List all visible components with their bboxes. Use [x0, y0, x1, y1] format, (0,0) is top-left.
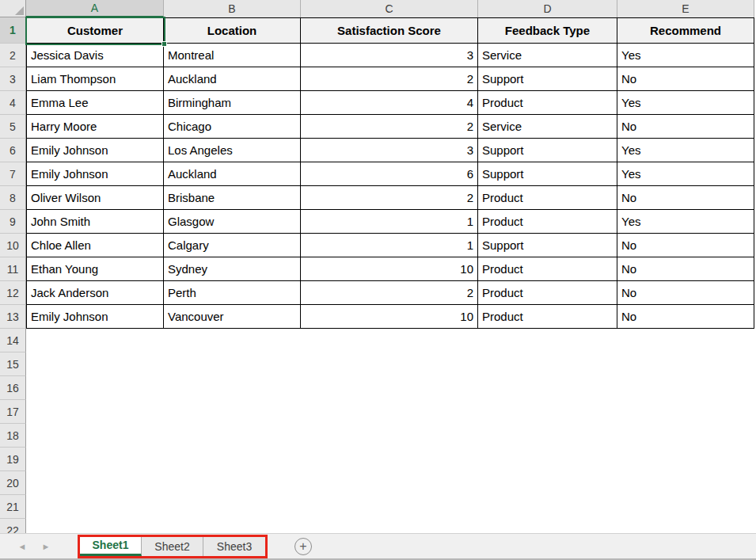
- data-cell[interactable]: 1: [301, 234, 478, 257]
- row-header-16[interactable]: 16: [0, 376, 26, 400]
- data-cell[interactable]: Support: [478, 139, 617, 162]
- row-header-8[interactable]: 8: [0, 186, 26, 210]
- data-cell[interactable]: Support: [478, 234, 617, 257]
- data-cell[interactable]: 1: [301, 210, 478, 234]
- data-cell[interactable]: 2: [301, 115, 478, 139]
- data-cell[interactable]: Auckland: [164, 162, 301, 186]
- row-header-4[interactable]: 4: [0, 91, 26, 115]
- row-header-21[interactable]: 21: [0, 495, 26, 519]
- data-cell[interactable]: Chloe Allen: [26, 234, 164, 257]
- row-header-6[interactable]: 6: [0, 139, 26, 162]
- data-cell[interactable]: No: [617, 234, 754, 257]
- column-header-c[interactable]: C: [301, 0, 478, 17]
- data-cell[interactable]: Product: [478, 305, 617, 329]
- row-header-12[interactable]: 12: [0, 281, 26, 305]
- data-cell[interactable]: Glasgow: [164, 210, 301, 234]
- data-cell[interactable]: Product: [478, 186, 617, 210]
- data-cell[interactable]: Los Angeles: [164, 139, 301, 162]
- row-header-1[interactable]: 1: [0, 17, 26, 44]
- data-cell[interactable]: Emily Johnson: [26, 305, 164, 329]
- data-cell[interactable]: 6: [301, 162, 478, 186]
- column-header-a[interactable]: A: [26, 0, 164, 17]
- select-all-button[interactable]: [0, 0, 26, 17]
- row-header-7[interactable]: 7: [0, 162, 26, 186]
- column-header-d[interactable]: D: [478, 0, 617, 17]
- data-cell[interactable]: John Smith: [26, 210, 164, 234]
- row-header-17[interactable]: 17: [0, 400, 26, 424]
- data-cell[interactable]: Liam Thompson: [26, 67, 164, 91]
- row-header-18[interactable]: 18: [0, 424, 26, 448]
- data-cell[interactable]: Product: [478, 210, 617, 234]
- data-cell[interactable]: Emma Lee: [26, 91, 164, 115]
- tab-scroll-right-icon[interactable]: ►: [40, 542, 52, 551]
- row-header-15[interactable]: 15: [0, 352, 26, 376]
- data-cell[interactable]: 2: [301, 186, 478, 210]
- data-cell[interactable]: Support: [478, 162, 617, 186]
- data-cell[interactable]: Calgary: [164, 234, 301, 257]
- row-header-13[interactable]: 13: [0, 305, 26, 329]
- row-header-9[interactable]: 9: [0, 210, 26, 234]
- data-cell[interactable]: Ethan Young: [26, 257, 164, 281]
- data-cell[interactable]: Product: [478, 257, 617, 281]
- data-cell[interactable]: 2: [301, 67, 478, 91]
- add-sheet-button[interactable]: +: [294, 538, 312, 555]
- column-header-strip: ABCDE: [0, 0, 756, 17]
- tab-scroll-left-icon[interactable]: ◄: [16, 542, 28, 551]
- data-cell[interactable]: 10: [301, 305, 478, 329]
- data-cell[interactable]: Oliver Wilson: [26, 186, 164, 210]
- data-cell[interactable]: Service: [478, 115, 617, 139]
- data-cell[interactable]: Yes: [617, 139, 754, 162]
- data-cell[interactable]: No: [617, 186, 754, 210]
- data-cell[interactable]: Jack Anderson: [26, 281, 164, 305]
- data-cell[interactable]: No: [617, 257, 754, 281]
- header-cell-4[interactable]: Feedback Type: [478, 17, 617, 44]
- data-cell[interactable]: Harry Moore: [26, 115, 164, 139]
- data-cell[interactable]: Product: [478, 281, 617, 305]
- row-header-11[interactable]: 11: [0, 257, 26, 281]
- data-cell[interactable]: Vancouver: [164, 305, 301, 329]
- data-cell[interactable]: No: [617, 67, 754, 91]
- data-cell[interactable]: 2: [301, 281, 478, 305]
- tab-sheet1[interactable]: Sheet1: [80, 537, 142, 556]
- tab-sheet2[interactable]: Sheet2: [142, 537, 203, 556]
- row-header-3[interactable]: 3: [0, 67, 26, 91]
- column-header-b[interactable]: B: [164, 0, 301, 17]
- data-cell[interactable]: Emily Johnson: [26, 139, 164, 162]
- data-cell[interactable]: No: [617, 305, 754, 329]
- data-cell[interactable]: 3: [301, 44, 478, 67]
- data-cell[interactable]: Chicago: [164, 115, 301, 139]
- data-cell[interactable]: Sydney: [164, 257, 301, 281]
- data-cell[interactable]: 3: [301, 139, 478, 162]
- header-cell-2[interactable]: Location: [164, 17, 301, 44]
- data-cell[interactable]: No: [617, 115, 754, 139]
- data-cell[interactable]: Yes: [617, 44, 754, 67]
- header-cell-3[interactable]: Satisfaction Score: [301, 17, 478, 44]
- tab-sheet3[interactable]: Sheet3: [203, 537, 265, 556]
- data-cell[interactable]: Service: [478, 44, 617, 67]
- data-cell[interactable]: Auckland: [164, 67, 301, 91]
- data-cell[interactable]: Birmingham: [164, 91, 301, 115]
- header-cell-5[interactable]: Recommend: [617, 17, 754, 44]
- row-header-2[interactable]: 2: [0, 44, 26, 67]
- row-header-14[interactable]: 14: [0, 329, 26, 352]
- data-cell[interactable]: Brisbane: [164, 186, 301, 210]
- row-header-22[interactable]: 22: [0, 519, 26, 533]
- data-cell[interactable]: Product: [478, 91, 617, 115]
- row-header-5[interactable]: 5: [0, 115, 26, 139]
- data-cell[interactable]: Emily Johnson: [26, 162, 164, 186]
- data-cell[interactable]: 4: [301, 91, 478, 115]
- data-cell[interactable]: Perth: [164, 281, 301, 305]
- column-header-e[interactable]: E: [617, 0, 754, 17]
- data-cell[interactable]: Yes: [617, 91, 754, 115]
- row-header-19[interactable]: 19: [0, 448, 26, 471]
- data-cell[interactable]: Yes: [617, 162, 754, 186]
- data-cell[interactable]: Montreal: [164, 44, 301, 67]
- row-header-20[interactable]: 20: [0, 471, 26, 495]
- data-cell[interactable]: Support: [478, 67, 617, 91]
- data-cell[interactable]: Yes: [617, 210, 754, 234]
- row-header-10[interactable]: 10: [0, 234, 26, 257]
- data-cell[interactable]: Jessica Davis: [26, 44, 164, 67]
- data-cell[interactable]: No: [617, 281, 754, 305]
- header-cell-1[interactable]: Customer: [26, 17, 164, 44]
- data-cell[interactable]: 10: [301, 257, 478, 281]
